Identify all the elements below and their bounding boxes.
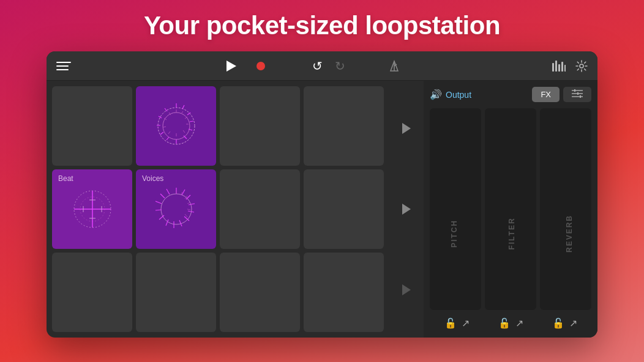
filter-lock-icon[interactable]: 🔓 xyxy=(498,317,511,329)
output-text: Output xyxy=(446,90,471,100)
pad-3-1[interactable] xyxy=(52,253,132,332)
pad-1-3[interactable] xyxy=(220,86,300,166)
reverb-lock-icon[interactable]: 🔓 xyxy=(552,317,564,329)
svg-rect-8 xyxy=(564,65,566,72)
svg-line-47 xyxy=(188,211,194,212)
fx-sliders: PITCH FILTER REVERB xyxy=(430,108,591,310)
pitch-link-icon[interactable]: ↗ xyxy=(462,317,470,329)
pad-1-1[interactable] xyxy=(52,86,132,166)
speaker-icon: 🔊 xyxy=(430,89,442,100)
pitch-slider[interactable]: PITCH xyxy=(430,108,481,310)
pitch-label: PITCH xyxy=(450,220,459,248)
svg-line-53 xyxy=(155,210,162,210)
svg-line-25 xyxy=(181,111,183,114)
filter-slider[interactable]: FILTER xyxy=(485,108,536,310)
reverb-slider[interactable]: REVERB xyxy=(540,108,591,310)
pad-2-1[interactable]: Beat xyxy=(52,169,132,249)
record-dot xyxy=(256,62,265,70)
mixer-button[interactable] xyxy=(563,87,591,102)
metronome-icon[interactable] xyxy=(388,60,400,72)
svg-rect-6 xyxy=(558,64,560,72)
svg-line-61 xyxy=(187,209,190,210)
pad-2-2-label: Voices xyxy=(142,174,163,183)
pad-2-1-label: Beat xyxy=(58,174,73,183)
waveform-crosshair-svg xyxy=(65,182,120,237)
svg-line-23 xyxy=(165,108,167,111)
svg-line-56 xyxy=(167,189,170,194)
pad-3-4[interactable] xyxy=(304,253,384,332)
waveform-circle-svg xyxy=(149,98,204,153)
reverb-controls: 🔓 ↗ xyxy=(552,317,577,329)
pad-2-4[interactable] xyxy=(304,169,384,249)
svg-marker-0 xyxy=(227,61,236,72)
headline: Your pocket-sized loopstation xyxy=(144,11,500,40)
fx-footer: 🔓 ↗ 🔓 ↗ 🔓 ↗ xyxy=(430,315,591,331)
pad-row-1 xyxy=(50,84,386,168)
svg-line-19 xyxy=(167,137,169,140)
svg-line-55 xyxy=(160,194,165,198)
app-window: ↺ ↻ xyxy=(47,51,597,338)
record-button[interactable] xyxy=(252,57,269,75)
fx-panel: 🔊 Output FX xyxy=(424,81,597,338)
hamburger-menu[interactable] xyxy=(56,62,71,70)
svg-line-28 xyxy=(183,130,185,133)
toolbar: ↺ ↻ xyxy=(47,51,597,81)
row-2-play[interactable] xyxy=(402,204,411,215)
row-3-play[interactable] xyxy=(402,284,411,295)
svg-rect-5 xyxy=(555,61,557,72)
row-1-play[interactable] xyxy=(402,123,411,134)
fx-header: 🔊 Output FX xyxy=(430,87,591,102)
play-button[interactable] xyxy=(223,57,240,75)
svg-line-62 xyxy=(185,214,187,217)
undo-icon[interactable]: ↺ xyxy=(312,59,323,73)
svg-line-30 xyxy=(168,131,170,134)
pad-2-2[interactable]: Voices xyxy=(136,169,216,249)
fx-buttons: FX xyxy=(532,87,591,102)
output-label: 🔊 Output xyxy=(430,89,471,100)
pad-3-3[interactable] xyxy=(220,253,300,332)
pad-section: Beat Voices xyxy=(47,81,389,338)
redo-icon[interactable]: ↻ xyxy=(335,59,345,73)
svg-line-13 xyxy=(182,105,184,109)
svg-line-60 xyxy=(187,202,190,204)
levels-icon[interactable] xyxy=(552,61,566,72)
svg-line-20 xyxy=(160,132,163,135)
waveform-burst-svg xyxy=(149,182,204,237)
svg-line-15 xyxy=(190,121,193,122)
reverb-label: REVERB xyxy=(565,214,574,252)
main-content: Beat Voices xyxy=(47,81,597,338)
svg-line-22 xyxy=(159,116,162,118)
pitch-lock-icon[interactable]: 🔓 xyxy=(444,317,457,329)
svg-line-49 xyxy=(179,220,182,226)
pad-2-3[interactable] xyxy=(220,169,300,249)
reverb-link-icon[interactable]: ↗ xyxy=(569,317,577,329)
pad-1-2[interactable] xyxy=(136,86,216,166)
pad-1-4[interactable] xyxy=(304,86,384,166)
pad-row-2: Beat Voices xyxy=(50,168,386,251)
pad-3-2[interactable] xyxy=(136,253,216,332)
pitch-controls: 🔓 ↗ xyxy=(444,317,470,329)
play-column xyxy=(389,81,424,338)
svg-line-45 xyxy=(186,195,190,199)
svg-line-31 xyxy=(163,127,166,127)
svg-line-54 xyxy=(155,201,162,204)
fx-button[interactable]: FX xyxy=(532,87,560,102)
svg-rect-7 xyxy=(561,62,563,72)
filter-link-icon[interactable]: ↗ xyxy=(515,317,523,329)
filter-label: FILTER xyxy=(507,217,516,249)
svg-line-46 xyxy=(189,204,195,205)
svg-point-9 xyxy=(580,64,583,68)
svg-rect-4 xyxy=(552,63,554,72)
filter-controls: 🔓 ↗ xyxy=(498,317,523,329)
pad-row-3 xyxy=(50,251,386,334)
settings-icon[interactable] xyxy=(575,60,588,72)
